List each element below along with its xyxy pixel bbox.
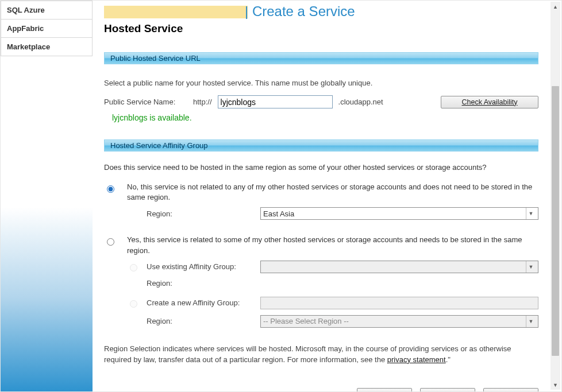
- create-new-region-select[interactable]: -- Please Select Region -- ▼: [260, 315, 538, 328]
- sidebar-background: [1, 56, 93, 391]
- sidebar-items: SQL Azure AppFabric Marketplace: [1, 1, 93, 56]
- previous-button[interactable]: Previous: [357, 388, 412, 391]
- main-content: | Create a Service Hosted Service Public…: [93, 1, 550, 391]
- create-new-label: Create a new Affinity Group:: [147, 298, 260, 307]
- http-prefix: http://: [193, 98, 212, 106]
- availability-message: lyjcnblogs is available.: [112, 113, 538, 122]
- sidebar-item-appfabric[interactable]: AppFabric: [1, 20, 93, 38]
- privacy-statement-link[interactable]: privacy statement: [387, 355, 446, 364]
- region-disclaimer: Region Selection indicates where service…: [104, 344, 538, 366]
- wizard-buttons: Previous Create Cancel: [104, 388, 538, 391]
- use-existing-radio[interactable]: [130, 264, 137, 271]
- domain-suffix: .cloudapp.net: [338, 98, 383, 106]
- create-new-name-input[interactable]: [260, 297, 538, 309]
- url-description: Select a public name for your hosted ser…: [104, 79, 538, 87]
- chevron-down-icon: ▼: [526, 208, 536, 219]
- affinity-option-no: No, this service is not related to any o…: [104, 182, 538, 226]
- sidebar: SQL Azure AppFabric Marketplace: [1, 1, 93, 391]
- page-title: Hosted Service: [104, 22, 538, 35]
- section-header-url: Public Hosted Service URL: [104, 52, 538, 64]
- scroll-track[interactable]: [551, 11, 560, 380]
- region-select-no-value: East Asia: [263, 209, 294, 218]
- chevron-down-icon: ▼: [526, 316, 536, 327]
- region-select-no[interactable]: East Asia ▼: [260, 207, 538, 220]
- affinity-radio-no[interactable]: [107, 185, 114, 193]
- breadcrumb: | Create a Service: [104, 3, 538, 20]
- breadcrumb-suffix: | Create a Service: [104, 3, 355, 20]
- affinity-no-label: No, this service is not related to any o…: [127, 182, 538, 203]
- service-name-input[interactable]: [218, 95, 333, 108]
- sidebar-item-marketplace[interactable]: Marketplace: [1, 38, 93, 56]
- create-new-region-label: Region:: [127, 317, 260, 325]
- service-name-row: Public Service Name: http:// .cloudapp.n…: [104, 95, 538, 108]
- cancel-button[interactable]: Cancel: [483, 388, 538, 391]
- service-name-label: Public Service Name:: [104, 98, 187, 106]
- region-label-no: Region:: [127, 209, 260, 218]
- affinity-yes-label: Yes, this service is related to some of …: [127, 235, 538, 255]
- use-existing-select[interactable]: ▼: [260, 261, 538, 273]
- scroll-thumb[interactable]: [552, 86, 559, 356]
- affinity-radio-yes[interactable]: [107, 238, 114, 246]
- scroll-down-icon[interactable]: ▼: [551, 380, 560, 390]
- create-button[interactable]: Create: [420, 388, 475, 391]
- use-existing-label: Use existing Affinity Group:: [147, 262, 260, 271]
- app-window: SQL Azure AppFabric Marketplace | Create…: [0, 0, 562, 392]
- layout: SQL Azure AppFabric Marketplace | Create…: [1, 1, 550, 391]
- use-existing-region-label: Region:: [127, 279, 260, 288]
- create-new-region-placeholder: -- Please Select Region --: [263, 317, 349, 325]
- scroll-up-icon[interactable]: ▲: [551, 2, 560, 11]
- sidebar-item-sql-azure[interactable]: SQL Azure: [1, 1, 93, 20]
- disclaimer-suffix: .": [446, 355, 451, 364]
- chevron-down-icon: ▼: [526, 261, 536, 273]
- affinity-option-yes: Yes, this service is related to some of …: [104, 235, 538, 333]
- vertical-scrollbar[interactable]: ▲ ▼: [551, 2, 560, 390]
- create-new-radio[interactable]: [130, 300, 137, 308]
- section-header-affinity: Hosted Service Affinity Group: [104, 139, 538, 152]
- affinity-question: Does this service need to be hosted in t…: [104, 163, 538, 172]
- check-availability-button[interactable]: Check Availability: [441, 96, 538, 108]
